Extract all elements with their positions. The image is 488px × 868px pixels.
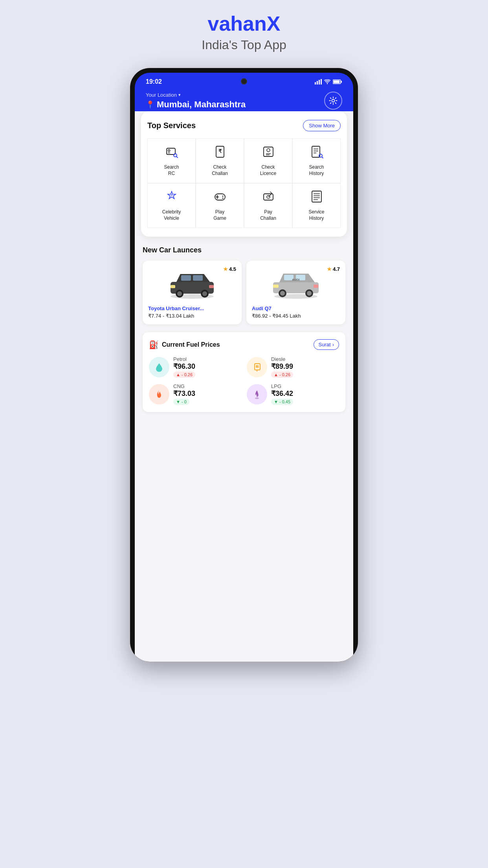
celebrity-vehicle-icon [165,190,178,205]
lpg-label: LPG [271,383,293,389]
car-rating-audi: ★ 4.7 [327,266,340,272]
city-label: Surat [319,342,331,348]
fuel-item-cng: CNG ₹73.03 ▼ - 0 [149,383,241,405]
svg-rect-8 [167,148,175,154]
car-card-audi[interactable]: ★ 4.7 [246,261,345,324]
app-title-blue: X [267,12,281,35]
diesel-icon-circle: D [247,357,267,377]
service-item-check-challan[interactable]: ₹ CheckChallan [196,138,244,183]
app-subtitle: India's Top App [202,38,286,52]
check-licence-icon [262,145,275,160]
petrol-info: Petrol ₹96.30 ▲ - 0.26 [173,356,195,378]
search-rc-icon [165,145,178,160]
service-item-check-licence[interactable]: CheckLicence [244,138,292,183]
phone-frame: 19:02 [130,68,358,662]
svg-rect-19 [312,146,320,157]
svg-rect-33 [312,191,321,202]
fuel-title: Current Fuel Prices [162,341,220,348]
fuel-item-diesel: D Diesle ₹89.99 ▲ - 0.26 [247,356,339,378]
settings-button[interactable] [324,92,342,110]
car-name-audi: Audi Q7 [252,305,340,311]
service-item-play-game[interactable]: PlayGame [196,183,244,228]
service-item-celebrity-vehicle[interactable]: CelebrityVehicle [147,183,196,228]
svg-rect-57 [314,285,318,288]
signal-icon [315,79,322,85]
new-cars-title: New Car Launces [143,246,345,254]
battery-icon [333,79,342,84]
svg-point-9 [168,150,170,152]
status-bar: 19:02 [135,73,353,88]
car-price-toyota: ₹7.74 - ₹13.04 Lakh [148,313,236,319]
petrol-label: Petrol [173,356,195,362]
services-card-header: Top Services Show More [147,120,341,131]
cng-change: ▼ - 0 [173,399,189,405]
service-grid: SearchRC ₹ CheckChallan [147,138,341,228]
svg-text:₹: ₹ [218,148,222,154]
play-game-icon [213,190,227,205]
lpg-price: ₹36.42 [271,389,293,398]
svg-point-43 [177,291,182,296]
top-services-card: Top Services Show More Sea [141,111,347,237]
service-item-search-rc[interactable]: SearchRC [147,138,196,183]
city-selector-button[interactable]: Surat › [314,339,339,350]
service-label-check-licence: CheckLicence [260,164,276,177]
diesel-pump-icon: D [251,362,262,373]
svg-rect-6 [334,81,340,83]
petrol-price: ₹96.30 [173,362,195,371]
service-label-search-history: SearchHistory [309,164,324,177]
service-label-celebrity-vehicle: CelebrityVehicle [162,209,181,221]
car-image-area-toyota: ★ 4.5 [148,266,236,302]
diesel-change: ▲ - 0.26 [271,371,293,378]
wifi-icon [324,79,330,84]
car-cards-grid: ★ 4.5 [143,261,345,324]
fuel-grid: Petrol ₹96.30 ▲ - 0.26 D [149,356,339,405]
fuel-title-area: ⛽ Current Fuel Prices [149,340,220,349]
gear-icon [329,96,338,105]
svg-rect-56 [273,285,279,288]
svg-point-63 [255,397,259,399]
pin-icon: 📍 [146,100,154,109]
diesel-info: Diesle ₹89.99 ▲ - 0.26 [271,356,293,378]
rating-value: 4.7 [333,266,340,272]
svg-point-53 [280,291,285,296]
search-history-icon [310,145,323,160]
fuel-item-lpg: LPG ₹36.42 ▼ - 0.45 [247,383,339,405]
fuel-pump-icon: ⛽ [149,340,159,349]
pay-challan-icon [262,190,275,205]
cng-price: ₹73.03 [173,389,195,398]
star-icon: ★ [223,266,228,272]
petrol-icon-circle [149,357,169,377]
service-label-search-rc: SearchRC [164,164,179,177]
app-header: vahanX India's Top App [202,12,286,64]
svg-rect-3 [321,79,322,85]
phone-content: Top Services Show More Sea [135,111,353,662]
chevron-down-icon: ▾ [178,92,181,97]
service-label-service-history: ServiceHistory [308,209,324,221]
svg-point-29 [222,196,223,197]
svg-point-30 [222,198,223,199]
check-challan-icon: ₹ [213,145,227,160]
service-item-search-history[interactable]: SearchHistory [292,138,341,183]
location-info: Your Location ▾ 📍 Mumbai, Maharashtra [146,92,246,110]
show-more-button[interactable]: Show More [303,120,341,131]
location-city: 📍 Mumbai, Maharashtra [146,99,246,110]
cng-icon-circle [149,384,169,405]
cng-flame-icon [154,389,165,400]
svg-line-24 [322,157,323,158]
svg-rect-47 [209,285,214,288]
service-label-check-challan: CheckChallan [212,164,228,177]
petrol-drop-icon [154,362,165,373]
lpg-change: ▼ - 0.45 [271,399,293,405]
camera-notch [241,78,247,85]
svg-line-12 [176,156,178,158]
car-card-toyota[interactable]: ★ 4.5 [143,261,242,324]
svg-rect-40 [181,275,191,281]
svg-point-55 [307,291,312,296]
service-item-service-history[interactable]: ServiceHistory [292,183,341,228]
svg-point-16 [267,149,270,152]
audi-car-svg: AUDI [268,268,323,300]
svg-rect-0 [315,82,316,85]
status-icons [315,79,342,85]
car-rating-toyota: ★ 4.5 [223,266,236,272]
service-item-pay-challan[interactable]: PayChallan [244,183,292,228]
